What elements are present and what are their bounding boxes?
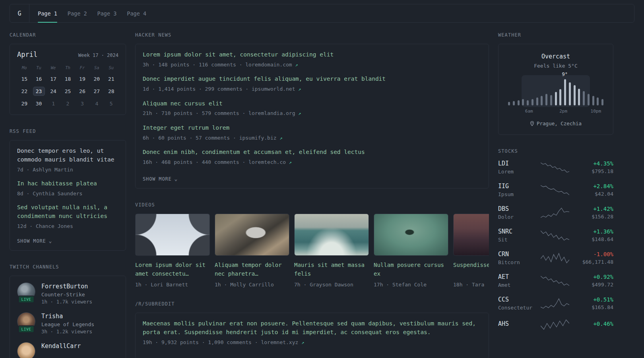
stock-row: IIG Ipsum +2.84% $42.04: [498, 183, 613, 197]
calendar-date[interactable]: 16: [33, 74, 45, 84]
app-logo[interactable]: G: [10, 4, 29, 22]
widget-title-hacker-news: HACKER NEWS: [135, 32, 489, 38]
live-badge: LIVE: [18, 325, 35, 333]
rss-item-title[interactable]: In hac habitasse platea: [17, 179, 118, 188]
hn-item-meta: 16h · 468 points · 440 comments · loremt…: [143, 158, 481, 166]
hn-item: Aliquam nec cursus elit 21h · 710 points…: [143, 99, 481, 117]
rss-item: Donec tempor eros leo, ut commodo mauris…: [17, 147, 118, 173]
tab-page-2[interactable]: Page 2: [62, 4, 92, 22]
hn-item-domain[interactable]: loremdomain.com: [245, 62, 292, 68]
stock-name: Consectetur: [498, 305, 535, 311]
stock-change: +0.46%: [575, 321, 613, 327]
video-thumbnail[interactable]: [215, 214, 289, 256]
video-thumbnail[interactable]: [294, 214, 369, 256]
calendar-date-selected[interactable]: 23: [33, 87, 45, 96]
calendar-date[interactable]: 15: [18, 74, 30, 84]
channel-info: ForrestBurton Counter-Strike 1h · 1.7k v…: [41, 282, 92, 305]
hn-item-domain[interactable]: loremlandia.org: [248, 110, 295, 116]
rss-item-title[interactable]: Donec tempor eros leo, ut commodo mauris…: [17, 147, 118, 164]
stock-sparkline: [535, 298, 575, 309]
hn-item-domain[interactable]: ipsumworld.net: [252, 86, 295, 92]
hn-show-more-button[interactable]: SHOW MORE ⌄: [143, 176, 178, 182]
hn-item-title[interactable]: Integer eget rutrum lorem: [143, 124, 481, 132]
hn-item-title[interactable]: Lorem ipsum dolor sit amet, consectetur …: [143, 51, 481, 59]
stock-symbol: CRN: [498, 251, 535, 258]
calendar-date[interactable]: 26: [76, 87, 88, 96]
stock-symbol: AET: [498, 273, 535, 280]
channel-info: KendallCarr: [41, 342, 81, 358]
channel-viewers: 1h · 1.7k viewers: [41, 299, 92, 305]
calendar-date[interactable]: 5: [105, 99, 117, 108]
calendar-date[interactable]: 28: [105, 87, 117, 96]
calendar-date[interactable]: 25: [62, 87, 74, 96]
channel-name[interactable]: ForrestBurton: [41, 282, 92, 291]
tab-page-3[interactable]: Page 3: [92, 4, 122, 22]
reddit-post-title[interactable]: Maecenas mollis pulvinar erat non posuer…: [143, 319, 481, 337]
hn-item-title[interactable]: Aliquam nec cursus elit: [143, 99, 481, 108]
twitch-channel[interactable]: LIVE ForrestBurton Counter-Strike 1h · 1…: [17, 282, 118, 305]
twitch-channel[interactable]: LIVE Trisha League of Legends 3h · 1.2k …: [17, 312, 118, 335]
video-title[interactable]: Suspendisse diam: [453, 261, 489, 278]
calendar-date[interactable]: 29: [18, 99, 30, 108]
reddit-post-domain[interactable]: loremnet.xyz: [261, 339, 298, 345]
twitch-channel[interactable]: KendallCarr: [17, 342, 118, 358]
calendar-grid: MoTuWeThFrSaSu15161718192021222324252627…: [17, 64, 118, 108]
calendar-date[interactable]: 21: [105, 74, 117, 84]
avatar[interactable]: LIVE: [17, 312, 35, 331]
rss-item: In hac habitasse platea 8d · Cynthia Sau…: [17, 179, 118, 197]
weather-hour-bar: [601, 99, 603, 105]
stock-price: $42.04: [575, 191, 613, 197]
calendar-date[interactable]: 17: [47, 74, 59, 84]
calendar-date[interactable]: 30: [33, 99, 45, 108]
video-title[interactable]: Mauris sit amet massa felis: [294, 261, 369, 278]
right-column: WEATHER Overcast Feels like 5°C 9° 6am 2…: [498, 32, 613, 344]
rss-item-title[interactable]: Sed volutpat nulla nisl, a condimentum n…: [17, 203, 118, 221]
hn-item-title[interactable]: Donec enim nibh, condimentum et accumsan…: [143, 148, 481, 157]
video-thumbnail[interactable]: [135, 214, 210, 256]
calendar-date[interactable]: 18: [62, 74, 74, 84]
weather-hour-bar: [569, 82, 571, 105]
channel-name[interactable]: KendallCarr: [41, 342, 81, 350]
hn-item-title[interactable]: Donec imperdiet augue tincidunt felis al…: [143, 75, 481, 84]
calendar-date[interactable]: 4: [91, 99, 103, 108]
channel-name[interactable]: Trisha: [41, 312, 94, 321]
calendar-date[interactable]: 1: [47, 99, 59, 108]
avatar[interactable]: LIVE: [17, 282, 35, 301]
calendar-date[interactable]: 19: [76, 74, 88, 84]
reddit-post: Maecenas mollis pulvinar erat non posuer…: [143, 319, 481, 346]
widget-title-weather: WEATHER: [498, 32, 613, 38]
video-title[interactable]: Lorem ipsum dolor sit amet consectetu…: [135, 261, 210, 278]
hn-item-domain[interactable]: ipsumify.biz: [239, 135, 277, 141]
videos-row: Lorem ipsum dolor sit amet consectetu… 1…: [135, 214, 489, 288]
rss-item: Sed volutpat nulla nisl, a condimentum n…: [17, 203, 118, 230]
video-title[interactable]: Aliquam tempor dolor nec pharetra…: [215, 261, 289, 278]
video-thumbnail[interactable]: [374, 214, 448, 256]
external-link-icon: ↗: [289, 160, 292, 165]
calendar-date[interactable]: 27: [91, 87, 103, 96]
calendar-date[interactable]: 20: [91, 74, 103, 84]
calendar-date[interactable]: 3: [76, 99, 88, 108]
video-thumbnail[interactable]: [453, 214, 489, 256]
rss-show-more-button[interactable]: SHOW MORE ⌄: [17, 238, 52, 244]
calendar-date[interactable]: 22: [18, 87, 30, 96]
left-column: CALENDAR April Week 17 · 2024 MoTuWeThFr…: [10, 32, 126, 358]
channel-category: Counter-Strike: [41, 292, 92, 298]
hn-item-domain[interactable]: loremtech.co: [248, 159, 286, 165]
avatar[interactable]: [17, 342, 35, 358]
video-title[interactable]: Nullam posuere cursus ex: [374, 261, 448, 278]
calendar-date[interactable]: 2: [62, 99, 74, 108]
weather-location: Prague, Czechia: [506, 121, 606, 126]
weather-feels-like: Feels like 5°C: [506, 63, 606, 69]
middle-column: HACKER NEWS Lorem ipsum dolor sit amet, …: [135, 32, 489, 358]
video-card: Lorem ipsum dolor sit amet consectetu… 1…: [135, 214, 210, 288]
reddit-post-meta: 19h · 9,932 points · 1,090 comments · lo…: [143, 339, 481, 346]
calendar-date[interactable]: 24: [47, 87, 59, 96]
weather-hour-bar: [531, 99, 533, 105]
stock-name: Bitcorn: [498, 259, 535, 265]
tab-page-4[interactable]: Page 4: [122, 4, 151, 22]
stock-symbol: DBS: [498, 205, 535, 212]
stock-symbol: LDI: [498, 160, 535, 167]
tab-page-1[interactable]: Page 1: [33, 4, 62, 22]
show-more-label: SHOW MORE: [17, 238, 46, 244]
weather-hour-bar: [588, 94, 590, 105]
